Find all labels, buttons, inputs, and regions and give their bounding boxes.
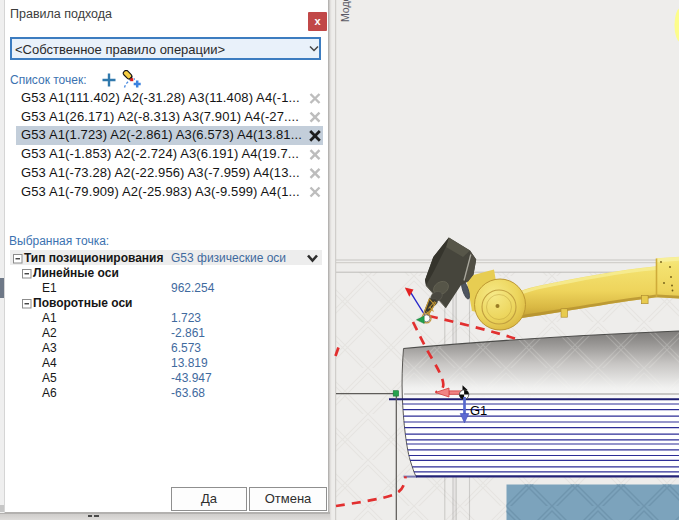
svg-text:G1: G1: [470, 403, 487, 418]
svg-text:Модель: Модель: [339, 0, 351, 22]
